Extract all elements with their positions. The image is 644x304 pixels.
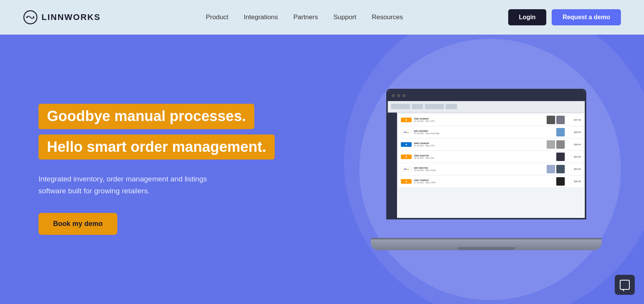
laptop-base [371,239,602,250]
nav-product[interactable]: Product [206,13,229,21]
nav-integrations[interactable]: Integrations [244,13,278,21]
hero-content: Goodbye manual processes. Hello smart or… [38,104,308,235]
hero-headline-2: Hello smart order management. [38,135,275,160]
login-button[interactable]: Login [508,9,547,25]
navbar-actions: Login Request a demo [508,9,621,25]
nav-partners[interactable]: Partners [293,13,318,21]
nav-resources[interactable]: Resources [372,13,403,21]
hero-image: a AMZ-1029384 12 Jul 2021 · Ship: UPS [359,39,621,300]
request-demo-button[interactable]: Request a demo [552,9,621,25]
hero-section: Goodbye manual processes. Hello smart or… [0,35,644,304]
hero-headline-1: Goodbye manual processes. [38,104,254,129]
nav-links: Product Integrations Partners Support Re… [206,13,403,21]
chat-widget[interactable] [615,275,635,295]
linnworks-logo-icon [23,10,38,25]
navbar: LINNWORKS Product Integrations Partners … [0,0,644,35]
hero-subtitle: Integrated inventory, order management a… [38,173,246,197]
book-demo-button[interactable]: Book my demo [38,213,117,235]
svg-marker-2 [33,16,35,19]
laptop-mockup: a AMZ-1029384 12 Jul 2021 · Ship: UPS [371,89,609,250]
brand-name: LINNWORKS [42,12,101,22]
hero-circle-decoration: a AMZ-1029384 12 Jul 2021 · Ship: UPS [359,39,621,300]
chat-icon [620,280,630,290]
laptop-screen: a AMZ-1029384 12 Jul 2021 · Ship: UPS [386,89,586,219]
brand-logo[interactable]: LINNWORKS [23,10,101,25]
nav-support[interactable]: Support [334,13,357,21]
svg-point-1 [26,17,28,18]
